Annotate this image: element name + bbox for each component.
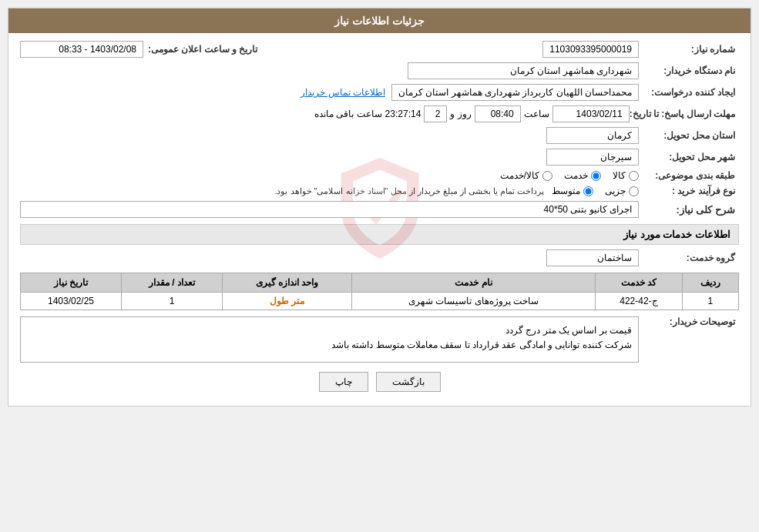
main-card: جزئیات اطلاعات نیاز شماره نیاز: 11030933…: [8, 8, 751, 407]
tabaqe-row: طبقه بندی موضوعی: کالا خدمت کالا/خدمت: [20, 170, 739, 181]
cell-radif: 1: [682, 293, 738, 310]
shahr-value-box: سیرجان: [546, 149, 639, 166]
shomara-label: شماره نیاز:: [639, 44, 739, 55]
button-row: بازگشت چاپ: [20, 372, 739, 392]
nooe-row: نوع فرآیند خرید : جزیی متوسط پرداخت تمام…: [20, 186, 739, 196]
page-title: جزئیات اطلاعات نیاز: [334, 15, 425, 27]
group-value-box: ساختمان: [546, 249, 639, 266]
mohlat-mande-value: 23:27:14: [382, 109, 425, 119]
nooe-note: پرداخت تمام یا بخشی از مبلغ خریدار از مح…: [274, 186, 552, 196]
nam-dastgah-row: نام دستگاه خریدار: شهرداری هماشهر استان …: [20, 62, 739, 79]
nooe-jozi-label: جزیی: [605, 186, 626, 196]
group-row: گروه خدمت: ساختمان: [20, 249, 739, 266]
cell-tedad: 1: [122, 293, 223, 310]
tawsif-desc-box: قیمت بر اساس یک متر درج گردد شرکت کننده …: [20, 316, 639, 363]
btn-print[interactable]: چاپ: [319, 372, 368, 392]
ijad-value-box: محمداحسان اللهیان کاربرداز شهرداری هماشه…: [391, 84, 639, 101]
mohlat-rooz-text: 2: [435, 109, 441, 119]
services-table: ردیف کد خدمت نام خدمت واحد اندازه گیری ت…: [20, 273, 739, 310]
tarikh-label: تاریخ و ساعت اعلان عمومی:: [143, 44, 261, 55]
mohlat-date-text: 1403/02/11: [576, 109, 623, 119]
sharh-text: اجرای کانیو بتنی 50*40: [544, 204, 632, 215]
sharh-row: شرح کلی نیاز: اجرای کانیو بتنی 50*40: [20, 201, 739, 218]
nam-dastgah-label: نام دستگاه خریدار:: [639, 65, 739, 76]
tabaqe-kala-khedmat-radio[interactable]: [542, 171, 552, 181]
tabaqe-kala-khedmat-label: کالا/خدمت: [500, 170, 539, 181]
col-tarikh: تاریخ نیاز: [21, 273, 122, 293]
nooe-radio-group: جزیی متوسط: [552, 186, 639, 196]
tawsif-line2: شرکت کننده توانایی و امادگی عقد قرارداد …: [27, 338, 632, 353]
mohlat-rooz-box: 2: [424, 105, 447, 122]
shomara-row: شماره نیاز: 1103093395000019 تاریخ و ساع…: [20, 41, 739, 58]
cell-nam: ساخت پروژه‌های تاسیسات شهری: [351, 293, 595, 310]
ijad-row: ایجاد کننده درخواست: محمداحسان اللهیان ک…: [20, 84, 739, 101]
ijad-text: محمداحسان اللهیان کاربرداز شهرداری هماشه…: [398, 87, 632, 98]
nooe-jozi-radio[interactable]: [629, 186, 639, 196]
tabaqe-khedmat-label: خدمت: [564, 170, 588, 181]
col-vahed: واحد اندازه گیری: [222, 273, 351, 293]
ostan-text: کرمان: [607, 130, 632, 141]
nooe-motasat-item: متوسط: [552, 186, 593, 196]
table-row: 1 ج-42-422 ساخت پروژه‌های تاسیسات شهری م…: [21, 293, 739, 310]
tarikh-text: 1403/02/08 - 08:33: [59, 44, 136, 55]
col-kod: کد خدمت: [596, 273, 683, 293]
mohlat-saat-label: ساعت: [521, 109, 552, 119]
mohlat-date-box: 1403/02/11: [552, 105, 630, 122]
group-label: گروه خدمت:: [639, 253, 739, 263]
nam-dastgah-text: شهرداری هماشهر استان کرمان: [510, 65, 632, 76]
tarikh-value-box: 1403/02/08 - 08:33: [20, 41, 143, 58]
tamas-link[interactable]: اطلاعات تماس خریدار: [301, 87, 385, 98]
services-table-section: ردیف کد خدمت نام خدمت واحد اندازه گیری ت…: [20, 273, 739, 310]
shahr-row: شهر محل تحویل: سیرجان: [20, 149, 739, 166]
col-tedad: تعداد / مقدار: [122, 273, 223, 293]
sharh-section-label: شرح کلی نیاز:: [639, 204, 739, 216]
service-section-text: اطلاعات خدمات مورد نیاز: [623, 229, 730, 240]
nooe-motasat-label: متوسط: [552, 186, 580, 196]
tabaqe-label: طبقه بندی موضوعی:: [639, 170, 739, 181]
tabaqe-khedmat-radio[interactable]: [591, 171, 601, 181]
shahr-label: شهر محل تحویل:: [639, 152, 739, 162]
nooe-label: نوع فرآیند خرید :: [639, 186, 739, 196]
nooe-jozi-item: جزیی: [605, 186, 639, 196]
nam-dastgah-value-box: شهرداری هماشهر استان کرمان: [408, 62, 639, 79]
col-radif: ردیف: [682, 273, 738, 293]
group-text: ساختمان: [597, 253, 632, 263]
shahr-text: سیرجان: [600, 152, 632, 162]
tawsif-line1: قیمت بر اساس یک متر درج گردد: [27, 323, 632, 338]
ijad-label: ایجاد کننده درخواست:: [639, 87, 739, 98]
tabaqe-radio-group: کالا خدمت کالا/خدمت: [500, 170, 639, 181]
btn-back[interactable]: بازگشت: [376, 372, 441, 392]
tawsif-label: توصیحات خریدار:: [639, 316, 739, 327]
tabaqe-kala-item: کالا: [613, 170, 639, 181]
mohlat-label: مهلت ارسال پاسخ: تا تاریخ:: [630, 109, 739, 119]
tawsif-row: توصیحات خریدار: قیمت بر اساس یک متر درج …: [20, 316, 739, 363]
mohlat-mande-label: ساعت باقی مانده: [314, 109, 382, 119]
ostan-row: استان محل تحویل: کرمان: [20, 127, 739, 144]
service-section-header: اطلاعات خدمات مورد نیاز: [20, 224, 739, 245]
mohlat-saat-text: 08:40: [491, 109, 514, 119]
tabaqe-kala-radio[interactable]: [629, 171, 639, 181]
ostan-value-box: کرمان: [546, 127, 639, 144]
cell-kod: ج-42-422: [596, 293, 683, 310]
sharh-value-box: اجرای کانیو بتنی 50*40: [20, 201, 639, 218]
header-bar: جزئیات اطلاعات نیاز: [8, 8, 751, 33]
ostan-label: استان محل تحویل:: [639, 130, 739, 141]
tabaqe-kala-label: کالا: [613, 170, 626, 181]
mohlat-rooz-label: روز و: [447, 109, 474, 119]
shomara-value: 1103093395000019: [542, 41, 639, 58]
tabaqe-khedmat-item: خدمت: [564, 170, 601, 181]
col-nam: نام خدمت: [351, 273, 595, 293]
cell-tarikh: 1403/02/25: [21, 293, 122, 310]
mohlat-saat-box: 08:40: [475, 105, 521, 122]
cell-vahed: متر طول: [222, 293, 351, 310]
content-area: شماره نیاز: 1103093395000019 تاریخ و ساع…: [8, 33, 751, 406]
mohlat-row: مهلت ارسال پاسخ: تا تاریخ: 1403/02/11 سا…: [20, 105, 739, 122]
shomara-text: 1103093395000019: [549, 44, 632, 55]
nooe-motasat-radio[interactable]: [583, 186, 593, 196]
tabaqe-kala-khedmat-item: کالا/خدمت: [500, 170, 552, 181]
page-wrapper: جزئیات اطلاعات نیاز شماره نیاز: 11030933…: [0, 0, 759, 532]
